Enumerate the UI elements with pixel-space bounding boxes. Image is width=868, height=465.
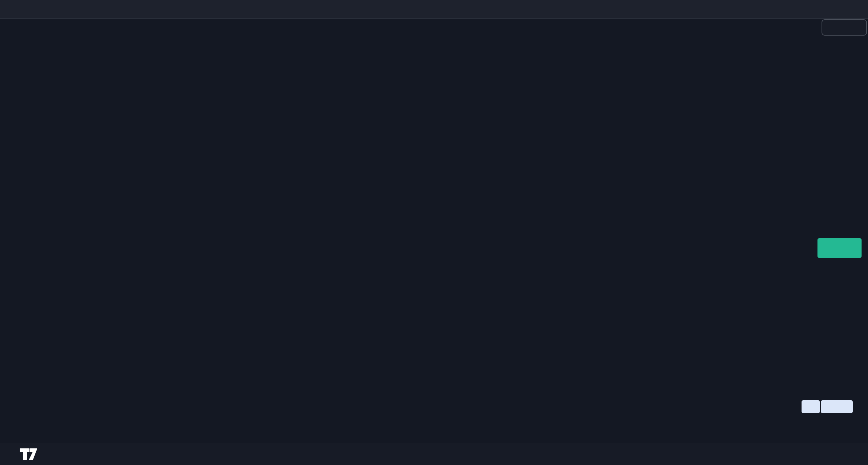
chart-canvas xyxy=(0,18,868,443)
rsi-indicator-label[interactable] xyxy=(802,400,820,413)
header xyxy=(0,0,868,19)
rsi-value-badge xyxy=(821,400,853,413)
current-price-label xyxy=(817,238,862,258)
footer xyxy=(0,443,868,465)
tradingview-logo-icon xyxy=(20,448,37,461)
published-chart-page xyxy=(0,0,868,465)
